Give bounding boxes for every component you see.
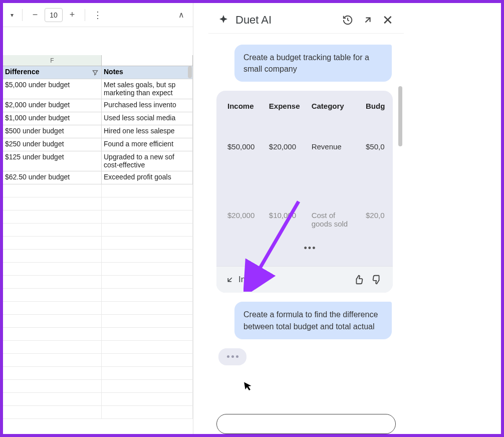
cell-notes[interactable]: Used less social media xyxy=(102,112,193,125)
cell-difference[interactable]: $62.50 under budget xyxy=(3,171,102,184)
close-icon[interactable]: ✕ xyxy=(381,13,395,27)
user-prompt-bubble: Create a formula to find the difference … xyxy=(234,302,392,339)
column-header-G[interactable] xyxy=(102,55,193,66)
response-footer: Insert xyxy=(216,266,393,293)
panel-header: Duet AI ✕ xyxy=(208,6,404,34)
header-difference[interactable]: Difference xyxy=(3,66,102,79)
col-category: Category xyxy=(312,102,357,110)
more-rows-icon[interactable]: ••• xyxy=(227,243,393,254)
prompt-input[interactable] xyxy=(216,414,396,434)
cell-notes[interactable]: Hired one less salespe xyxy=(102,125,193,138)
duet-ai-panel: Duet AI ✕ Create a budget tracking table… xyxy=(208,6,404,434)
table-row[interactable]: $1,000 under budget Used less social med… xyxy=(3,112,193,125)
collapse-toolbar-icon[interactable]: ∧ xyxy=(174,8,189,23)
table-header-row: Difference Notes xyxy=(3,66,193,79)
insert-label: Insert xyxy=(238,275,260,285)
cell: $20,000 xyxy=(269,142,303,151)
response-table: Income Expense Category Budg $50,000 $20… xyxy=(216,91,393,266)
font-size-increase-button[interactable]: + xyxy=(65,8,80,23)
header-difference-label: Difference xyxy=(5,68,39,76)
cell-notes[interactable]: Purchased less invento xyxy=(102,99,193,112)
table-row[interactable]: $500 under budget Hired one less salespe xyxy=(3,125,193,138)
cell-difference[interactable]: $250 under budget xyxy=(3,138,102,151)
panel-body: Create a budget tracking table for a sma… xyxy=(208,34,404,408)
table-row[interactable]: $62.50 under budget Exceeded profit goal… xyxy=(3,171,193,184)
more-options-button[interactable]: ⋮ xyxy=(90,8,105,23)
cell-difference[interactable]: $5,000 under budget xyxy=(3,79,102,99)
cell: $20,0 xyxy=(366,211,393,220)
column-headers: F xyxy=(3,55,193,66)
cell: $50,0 xyxy=(366,142,393,151)
table-row[interactable]: $250 under budget Found a more efficient xyxy=(3,138,193,151)
font-size-decrease-button[interactable]: − xyxy=(28,8,43,23)
insert-button[interactable]: Insert xyxy=(225,275,260,285)
cell-notes[interactable]: Exceeded profit goals xyxy=(102,171,193,184)
font-dropdown-caret-icon[interactable]: ▾ xyxy=(7,8,17,23)
table-row[interactable]: $5,000 under budget Met sales goals, but… xyxy=(3,79,193,99)
cell-notes[interactable]: Found a more efficient xyxy=(102,138,193,151)
toolbar: ▾ − 10 + ⋮ ∧ xyxy=(3,3,193,27)
cell: Revenue xyxy=(312,142,357,151)
cell-notes[interactable]: Upgraded to a new sofcost-effective xyxy=(102,151,193,171)
cell-difference[interactable]: $125 under budget xyxy=(3,151,102,171)
thumbs-down-button[interactable] xyxy=(370,273,384,287)
font-size-input[interactable]: 10 xyxy=(45,8,63,22)
cell: $50,000 xyxy=(227,142,260,151)
header-notes[interactable]: Notes xyxy=(102,66,193,79)
cell: $10,000 xyxy=(269,211,303,220)
cell: Cost of goods sold xyxy=(312,211,357,228)
col-income: Income xyxy=(227,102,260,110)
cell-difference[interactable]: $1,000 under budget xyxy=(3,112,102,125)
spreadsheet-pane: ▾ − 10 + ⋮ ∧ F Difference xyxy=(3,3,193,434)
col-expense: Expense xyxy=(269,102,303,110)
filter-icon[interactable] xyxy=(91,69,99,77)
column-header-F[interactable]: F xyxy=(3,55,102,66)
table-row[interactable]: $2,000 under budget Purchased less inven… xyxy=(3,99,193,112)
cell-notes[interactable]: Met sales goals, but spmarketing than ex… xyxy=(102,79,193,99)
loading-indicator xyxy=(218,348,246,365)
expand-icon[interactable] xyxy=(361,13,375,27)
cell-difference[interactable]: $2,000 under budget xyxy=(3,99,102,112)
vertical-scrollbar[interactable] xyxy=(188,66,192,78)
cell-difference[interactable]: $500 under budget xyxy=(3,125,102,138)
table-row[interactable]: $125 under budget Upgraded to a new sofc… xyxy=(3,151,193,171)
cell: $20,000 xyxy=(227,211,260,220)
panel-title: Duet AI xyxy=(235,14,272,27)
data-table: Difference Notes $5,000 under budget Met… xyxy=(3,66,193,419)
col-budget: Budg xyxy=(366,102,393,110)
response-card: Income Expense Category Budg $50,000 $20… xyxy=(216,91,393,293)
user-prompt-bubble: Create a budget tracking table for a sma… xyxy=(234,45,392,82)
duet-star-icon xyxy=(217,14,229,26)
insert-arrow-icon xyxy=(225,275,234,284)
history-icon[interactable] xyxy=(341,13,355,27)
thumbs-up-button[interactable] xyxy=(352,273,366,287)
